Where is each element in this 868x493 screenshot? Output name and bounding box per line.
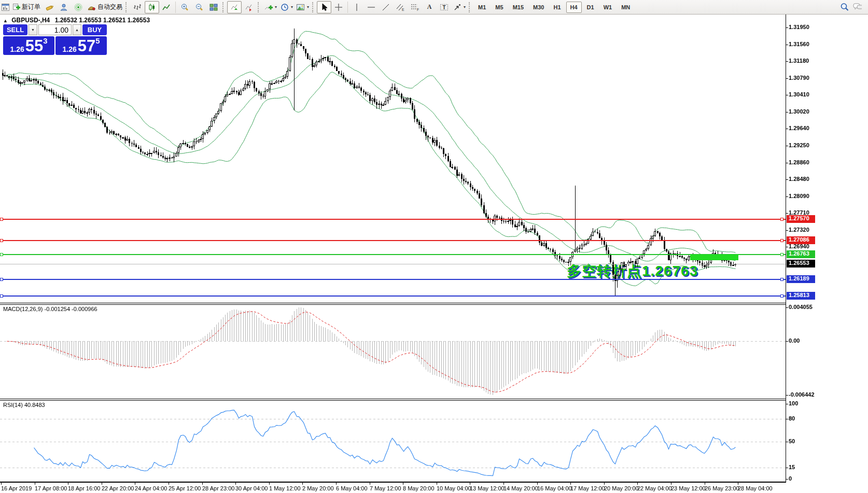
line-right-handle[interactable] <box>780 253 783 256</box>
time-axis-label: 28 Apr 23:00 <box>202 485 234 491</box>
trendline-tool-button[interactable] <box>379 1 393 13</box>
text-label-icon: T <box>440 3 449 11</box>
chevron-down-icon: ▾ <box>307 5 309 9</box>
cursor-icon <box>320 3 329 11</box>
fibonacci-tool-button[interactable]: F <box>408 1 422 13</box>
toolbar-grip[interactable] <box>469 2 471 12</box>
macd-indicator-label: MACD(12,26,9) -0.001254 -0.000966 <box>3 306 97 312</box>
timeframe-button-mn[interactable]: MN <box>617 2 634 13</box>
horizontal-line-tool-button[interactable] <box>364 1 379 13</box>
tile-windows-button[interactable] <box>206 1 221 13</box>
time-axis-label: 25 Apr 12:00 <box>169 485 201 491</box>
timeframe-button-d1[interactable]: D1 <box>583 2 598 13</box>
toolbar-grip[interactable] <box>258 2 260 12</box>
line-right-handle[interactable] <box>780 294 783 298</box>
zoom-out-button[interactable] <box>192 1 206 13</box>
line-left-handle[interactable] <box>0 294 3 298</box>
volume-decrease-button[interactable]: ▼ <box>29 24 37 35</box>
toolbar-grip[interactable] <box>222 2 225 12</box>
time-axis-label: 8 May 20:00 <box>403 485 435 491</box>
zoom-in-icon <box>180 3 189 11</box>
bar-chart-icon <box>133 3 142 11</box>
horizontal-level-line[interactable] <box>0 219 786 220</box>
timeframe-button-m5[interactable]: M5 <box>491 2 507 13</box>
time-axis-label: 17 Apr 08:00 <box>35 485 67 491</box>
indicators-button[interactable]: ▾ <box>262 1 278 13</box>
autotrading-button[interactable]: 自动交易 <box>86 1 124 13</box>
timeframe-button-m30[interactable]: M30 <box>529 2 548 13</box>
text-icon: A <box>425 3 434 11</box>
chart-type-bars-button[interactable] <box>130 1 145 13</box>
time-axis-label: 6 May 04:00 <box>336 485 368 491</box>
line-left-handle[interactable] <box>0 253 3 256</box>
timeframe-button-m15[interactable]: M15 <box>509 2 528 13</box>
arrows-tool-button[interactable]: ▾ <box>451 1 467 13</box>
time-axis-label: 16 May 04:00 <box>537 485 572 491</box>
signals-button[interactable] <box>71 1 86 13</box>
auto-scroll-button[interactable] <box>227 1 242 13</box>
chevron-down-icon: ▾ <box>464 5 466 9</box>
chart-type-candles-button[interactable] <box>145 1 159 13</box>
horizontal-level-line[interactable] <box>0 254 786 255</box>
vertical-line-icon <box>353 3 361 11</box>
price-chart-canvas[interactable] <box>0 0 868 493</box>
bid-price-label: 1.26553 <box>787 260 815 267</box>
horizontal-level-line[interactable] <box>0 279 786 280</box>
price-axis-tick: 1.30410 <box>789 91 809 98</box>
zoom-in-button[interactable] <box>177 1 192 13</box>
highlight-rectangle[interactable] <box>690 255 738 260</box>
line-right-handle[interactable] <box>780 218 783 221</box>
chart-window-icon[interactable] <box>1 3 10 11</box>
sell-button[interactable]: SELL <box>3 24 27 35</box>
time-axis-label: 20 May 20:00 <box>604 485 639 491</box>
volume-input[interactable]: 1.00 <box>38 24 72 35</box>
trendline-icon <box>382 3 390 11</box>
price-axis-tick: 1.31180 <box>789 58 809 64</box>
horizontal-level-line[interactable] <box>0 295 786 297</box>
search-icon[interactable] <box>840 3 849 11</box>
rsi-axis-tick: 50 <box>789 438 795 445</box>
cursor-tool-button[interactable] <box>317 1 331 13</box>
volume-increase-button[interactable]: ▲ <box>73 24 81 35</box>
line-left-handle[interactable] <box>0 218 3 221</box>
chart-shift-icon <box>245 3 254 11</box>
time-axis-label: 7 May 12:00 <box>370 485 401 491</box>
bid-price-line <box>0 264 786 264</box>
arrow-objects-icon <box>453 3 461 11</box>
line-right-handle[interactable] <box>780 278 783 281</box>
chat-icon[interactable] <box>853 3 862 11</box>
line-left-handle[interactable] <box>0 239 3 242</box>
text-label-tool-button[interactable]: T <box>437 1 451 13</box>
market-watch-button[interactable] <box>57 1 71 13</box>
chart-shift-button[interactable] <box>242 1 256 13</box>
ask-price-button[interactable]: 1.26 57 5 <box>55 36 107 55</box>
toolbar-grip[interactable] <box>312 2 315 12</box>
chart-symbol-period: GBPUSD-,H4 <box>11 17 50 24</box>
text-tool-button[interactable]: A <box>422 1 437 13</box>
time-axis-label: 24 Apr 04:00 <box>135 485 167 491</box>
timeframe-button-h1[interactable]: H1 <box>549 2 565 13</box>
horizontal-level-line[interactable] <box>0 240 786 241</box>
line-right-handle[interactable] <box>780 239 783 242</box>
crosshair-tool-button[interactable] <box>331 1 346 13</box>
periods-button[interactable]: ▾ <box>278 1 295 13</box>
channel-tool-button[interactable]: E <box>393 1 408 13</box>
signal-icon <box>74 3 83 11</box>
chart-type-line-button[interactable] <box>159 1 174 13</box>
collapse-panel-arrow[interactable]: ▲ <box>3 18 8 23</box>
timeframe-button-h4[interactable]: H4 <box>566 2 582 13</box>
timeframe-button-w1[interactable]: W1 <box>599 2 617 13</box>
vertical-line-tool-button[interactable] <box>349 1 364 13</box>
buy-button[interactable]: BUY <box>82 24 107 35</box>
timeframe-group: M1M5M15M30H1H4D1W1MN <box>473 2 635 13</box>
rsi-axis-tick: 0 <box>789 475 792 482</box>
line-left-handle[interactable] <box>0 278 3 281</box>
timeframe-button-m1[interactable]: M1 <box>474 2 490 13</box>
new-order-button[interactable]: 新订单 <box>10 1 42 13</box>
toolbar-grip[interactable] <box>125 2 128 12</box>
bid-price-button[interactable]: 1.26 55 3 <box>3 36 54 55</box>
time-axis-label: 28 May 04:00 <box>738 485 773 491</box>
chart-trade-button[interactable] <box>42 1 57 13</box>
templates-button[interactable]: ▾ <box>295 1 311 13</box>
price-axis-tick: 1.31950 <box>789 24 809 31</box>
